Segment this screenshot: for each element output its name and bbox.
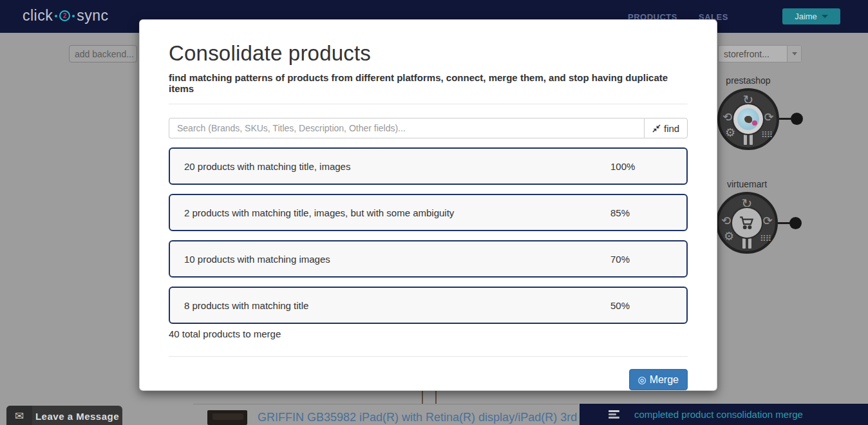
find-label: find: [664, 123, 679, 134]
dropdown-arrow-button[interactable]: [787, 46, 801, 62]
modal-subtitle: find matching patterns of products from …: [169, 72, 688, 94]
pause-icon[interactable]: [744, 135, 753, 145]
connector-dot[interactable]: [791, 113, 803, 125]
backend-node-virtuemart[interactable]: ↻ ⟲ ⟲ ⚙ ⠿⠿: [716, 192, 778, 254]
match-group-row[interactable]: 8 products with matching title 50%: [169, 287, 688, 324]
match-percent: 100%: [610, 161, 635, 172]
node-label-virtuemart: virtuemart: [708, 179, 786, 189]
rotate-left-icon[interactable]: ⟲: [722, 111, 732, 123]
list-icon: [609, 410, 619, 419]
leave-message-button[interactable]: ✉ Leave a Message: [6, 406, 122, 425]
product-title-link[interactable]: GRIFFIN GB35982 iPad(R) with Retina(R) d…: [258, 411, 578, 424]
find-button[interactable]: find: [644, 118, 688, 138]
pause-icon[interactable]: [742, 238, 751, 249]
grid-dots-icon[interactable]: ⠿⠿: [760, 234, 771, 243]
merge-button[interactable]: ◎ Merge: [629, 369, 688, 390]
consolidate-products-modal: Consolidate products find matching patte…: [139, 19, 717, 391]
rotate-left-icon[interactable]: ⟲: [721, 215, 731, 227]
chevron-down-icon: [792, 52, 797, 55]
storefront-select[interactable]: storefront...: [718, 45, 802, 62]
logo-text-sync: sync: [77, 7, 108, 24]
search-input[interactable]: [169, 118, 644, 138]
logo-dot: [72, 15, 75, 17]
record-icon: ◎: [638, 375, 646, 384]
product-thumbnail: [207, 410, 247, 425]
connector-dot[interactable]: [789, 217, 802, 229]
prestashop-logo: [732, 103, 764, 135]
match-percent: 50%: [610, 300, 630, 311]
leave-message-label: Leave a Message: [32, 411, 122, 422]
match-group-label: 10 products with matching images: [184, 254, 330, 265]
notification-link[interactable]: completed product consolidation merge: [634, 409, 803, 420]
match-group-label: 2 products with matching title, images, …: [184, 207, 454, 218]
add-backend-input[interactable]: [69, 45, 137, 62]
match-group-row[interactable]: 10 products with matching images 70%: [169, 240, 688, 278]
match-percent: 70%: [610, 254, 630, 265]
match-group-row[interactable]: 20 products with matching title, images …: [169, 147, 688, 185]
user-name: Jaime: [795, 12, 817, 21]
connector-line: [778, 222, 791, 224]
rotate-right-icon[interactable]: ⟲: [763, 215, 773, 227]
envelope-icon: ✉: [6, 406, 32, 425]
gear-icon[interactable]: ⚙: [725, 127, 735, 138]
logo[interactable]: click 2 sync: [23, 7, 109, 24]
cart-icon: [731, 207, 763, 239]
gear-icon[interactable]: ⚙: [724, 231, 734, 242]
logo-dot: [55, 15, 57, 17]
grid-dots-icon[interactable]: ⠿⠿: [761, 131, 772, 139]
logo-2-icon: 2: [59, 10, 70, 21]
compress-arrows-icon: [652, 124, 661, 133]
divider: [169, 356, 688, 357]
merge-label: Merge: [650, 374, 679, 386]
modal-title: Consolidate products: [169, 41, 688, 66]
storefront-value: storefront...: [719, 49, 787, 59]
match-percent: 85%: [610, 207, 630, 218]
connector-line: [779, 118, 792, 120]
caret-down-icon: [822, 15, 828, 18]
match-group-label: 20 products with matching title, images: [184, 161, 350, 172]
table-column-divider: [435, 389, 437, 404]
backend-node-prestashop[interactable]: ↻ ⟲ ⟲ ⚙ ⠿⠿: [717, 88, 779, 150]
rotate-right-icon[interactable]: ⟲: [764, 111, 774, 123]
user-menu-button[interactable]: Jaime: [782, 8, 840, 24]
logo-text-click: click: [23, 7, 53, 24]
notification-bar: completed product consolidation merge: [580, 404, 868, 425]
total-products-label: 40 total products to merge: [169, 328, 688, 339]
match-group-label: 8 products with matching title: [184, 300, 308, 311]
node-label-prestashop: prestashop: [710, 75, 787, 86]
table-top-border: [193, 404, 578, 404]
divider: [169, 104, 688, 104]
match-group-row[interactable]: 2 products with matching title, images, …: [169, 194, 688, 231]
table-column-divider: [422, 389, 423, 404]
